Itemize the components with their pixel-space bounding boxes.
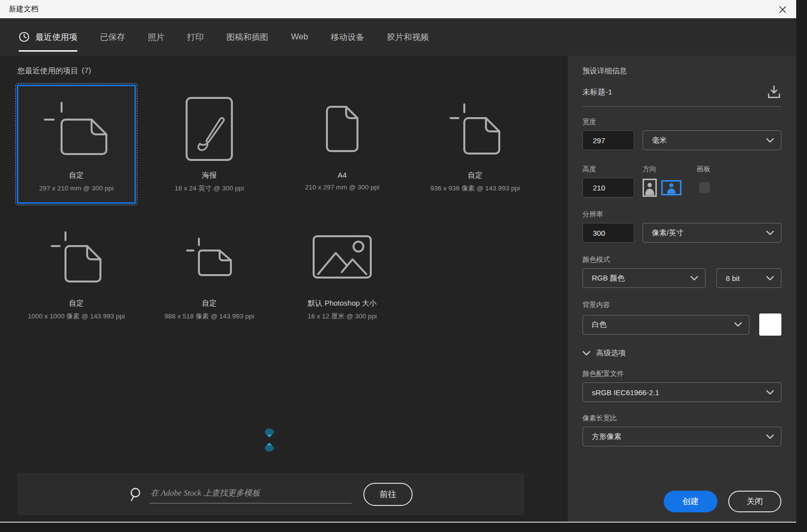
height-label: 高度	[582, 165, 643, 174]
spinner-wedge-icon	[264, 428, 274, 438]
stock-search-input[interactable]	[150, 485, 352, 503]
tab-recent[interactable]: 最近使用项	[19, 18, 77, 56]
template-card-default-size[interactable]: 默认 Photoshop 大小 16 x 12 厘米 @ 300 ppi	[283, 213, 402, 332]
card-subtitle: 297 x 210 mm @ 300 ppi	[39, 184, 113, 194]
advanced-options-toggle[interactable]: 高级选项	[582, 348, 781, 358]
stock-go-button[interactable]: 前往	[363, 483, 413, 506]
chevron-down-icon	[766, 276, 774, 281]
create-button[interactable]: 创建	[664, 491, 717, 512]
recent-items-heading: 您最近使用的项目 (7)	[17, 66, 91, 76]
save-preset-icon[interactable]	[767, 85, 781, 99]
height-input[interactable]	[582, 178, 634, 197]
pixel-aspect-label: 像素长宽比	[582, 414, 781, 423]
tab-art-illustration[interactable]: 图稿和插图	[226, 18, 268, 56]
dialog-title: 新建文档	[9, 4, 38, 14]
close-button[interactable]: 关闭	[728, 491, 781, 512]
portrait-doc-icon	[325, 105, 359, 153]
card-subtitle: 18 x 24 英寸 @ 300 ppi	[175, 184, 244, 194]
template-card-custom-297x210[interactable]: 自定 297 x 210 mm @ 300 ppi	[17, 85, 136, 204]
card-subtitle: 988 x 518 像素 @ 143.993 ppi	[164, 312, 254, 322]
document-name-input[interactable]	[582, 88, 767, 96]
template-card-poster[interactable]: 海报 18 x 24 英寸 @ 300 ppi	[150, 85, 269, 204]
chevron-down-icon	[766, 231, 774, 235]
template-card-custom-936[interactable]: 自定 936 x 936 像素 @ 143.993 ppi	[416, 85, 535, 204]
resolution-unit-select[interactable]: 像素/英寸	[643, 223, 781, 243]
custom-square-doc-icon	[51, 231, 102, 282]
card-title: 自定	[468, 171, 483, 180]
tab-print[interactable]: 打印	[187, 18, 204, 56]
unit-select[interactable]: 毫米	[643, 130, 781, 150]
tab-label: 打印	[187, 31, 204, 43]
bit-depth-value: 8 bit	[726, 274, 740, 282]
dialog-titlebar: 新建文档	[0, 0, 796, 18]
template-card-custom-1000[interactable]: 自定 1000 x 1000 像素 @ 143.993 ppi	[17, 213, 136, 332]
pixel-aspect-value: 方形像素	[592, 432, 621, 441]
pixel-aspect-select[interactable]: 方形像素	[582, 427, 781, 446]
color-profile-select[interactable]: sRGB IEC61966-2.1	[582, 382, 781, 402]
card-subtitle: 1000 x 1000 像素 @ 143.993 ppi	[28, 312, 125, 322]
chevron-down-icon	[766, 435, 774, 439]
close-icon	[778, 5, 787, 14]
panel-heading: 预设详细信息	[582, 66, 781, 76]
close-dialog-button[interactable]	[775, 2, 789, 16]
background-select[interactable]: 白色	[582, 315, 749, 335]
tab-photo[interactable]: 照片	[148, 18, 164, 56]
adobe-stock-bar: 前往	[17, 473, 524, 515]
background-label: 背景内容	[582, 301, 781, 310]
chevron-down-icon	[734, 322, 742, 327]
template-card-a4[interactable]: A4 210 x 297 mm @ 300 ppi	[283, 85, 402, 204]
background-color-swatch[interactable]	[759, 313, 781, 336]
tab-film-video[interactable]: 胶片和视频	[387, 18, 429, 56]
resolution-label: 分辨率	[582, 210, 781, 219]
custom-landscape-doc-icon	[186, 238, 232, 276]
color-mode-label: 颜色模式	[582, 255, 781, 264]
width-input[interactable]	[582, 130, 634, 150]
template-card-custom-988x518[interactable]: 自定 988 x 518 像素 @ 143.993 ppi	[150, 213, 269, 332]
tab-mobile[interactable]: 移动设备	[331, 18, 364, 56]
tab-label: 照片	[148, 31, 164, 43]
advanced-options-label: 高级选项	[596, 348, 626, 358]
artboard-label: 画板	[697, 165, 710, 174]
category-tabbar: 最近使用项 已保存 照片 打印 图稿和插图 Web 移动设备 胶片和视频	[0, 18, 796, 56]
background-value: 白色	[592, 320, 607, 329]
card-title: 自定	[202, 299, 217, 308]
recent-heading-text: 您最近使用的项目	[17, 66, 78, 76]
tab-saved[interactable]: 已保存	[100, 18, 125, 56]
chevron-down-icon	[766, 390, 774, 395]
resolution-input[interactable]	[582, 223, 634, 243]
preset-details-panel: 预设详细信息 宽度 毫米 高度 方向 画板	[568, 56, 796, 522]
document-name-row	[582, 85, 781, 107]
tab-web[interactable]: Web	[291, 18, 308, 56]
tab-label: 胶片和视频	[387, 31, 429, 43]
chevron-down-icon	[582, 351, 590, 356]
tab-label: Web	[291, 32, 308, 42]
clock-icon	[19, 31, 30, 42]
color-mode-value: RGB 颜色	[592, 274, 625, 283]
card-title: 海报	[202, 171, 217, 180]
card-title: 默认 Photoshop 大小	[308, 299, 377, 308]
recent-count: (7)	[82, 66, 91, 76]
card-title: 自定	[69, 299, 84, 308]
tab-label: 图稿和插图	[226, 31, 268, 43]
card-subtitle: 210 x 297 mm @ 300 ppi	[305, 183, 379, 193]
bit-depth-select[interactable]: 8 bit	[716, 268, 781, 288]
spinner-wedge-icon	[264, 442, 274, 452]
tab-label: 最近使用项	[35, 31, 77, 43]
artboard-checkbox[interactable]	[699, 182, 710, 193]
photo-image-icon	[312, 235, 372, 279]
custom-square-doc-icon	[450, 103, 501, 155]
color-profile-value: sRGB IEC61966-2.1	[592, 388, 659, 397]
chevron-down-icon	[766, 138, 774, 143]
custom-landscape-doc-icon	[44, 102, 109, 156]
poster-brush-icon	[185, 96, 233, 161]
card-subtitle: 936 x 936 像素 @ 143.993 ppi	[430, 184, 520, 194]
card-subtitle: 16 x 12 厘米 @ 300 ppi	[308, 312, 377, 322]
orientation-label: 方向	[643, 165, 697, 174]
orientation-landscape-button[interactable]	[661, 180, 681, 195]
color-mode-select[interactable]: RGB 颜色	[582, 268, 706, 288]
orientation-portrait-button[interactable]	[643, 179, 657, 197]
color-profile-label: 颜色配置文件	[582, 370, 781, 378]
card-title: A4	[338, 171, 347, 179]
landscape-orientation-icon	[661, 180, 681, 195]
card-title: 自定	[69, 171, 84, 180]
